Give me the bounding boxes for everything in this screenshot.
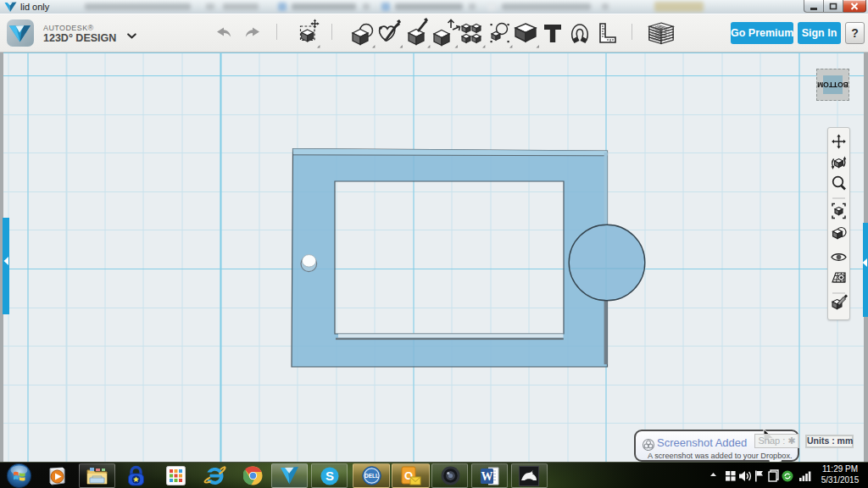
svg-text:S: S xyxy=(326,469,334,483)
svg-text:W: W xyxy=(481,470,493,483)
svg-text:DELL: DELL xyxy=(364,473,379,479)
